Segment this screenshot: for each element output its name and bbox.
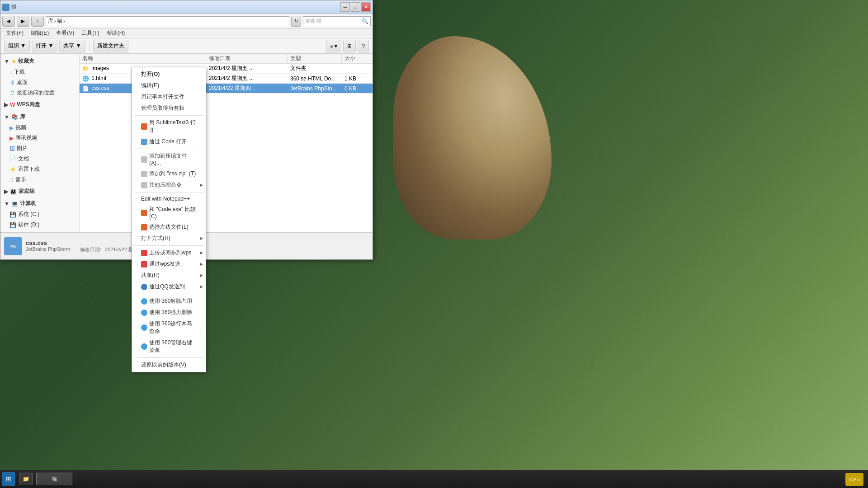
window-controls: ─ □ ✕ bbox=[340, 2, 371, 12]
archive-icon bbox=[141, 156, 147, 163]
col-header-type[interactable]: 类型 bbox=[288, 54, 342, 63]
sidebar-item-music[interactable]: ♫ 音乐 bbox=[0, 174, 79, 185]
minimize-button[interactable]: ─ bbox=[340, 2, 350, 12]
ctx-compare[interactable]: 和 "Code.exe" 比较(C) bbox=[132, 204, 206, 221]
menu-edit[interactable]: 编辑(E) bbox=[27, 28, 52, 38]
taskbar-window-btn[interactable]: 猫 bbox=[36, 473, 72, 485]
start-button[interactable]: ⊞ bbox=[2, 472, 15, 486]
tencent-video-icon: ▶ bbox=[9, 135, 14, 141]
ctx-separator-2 bbox=[134, 149, 204, 149]
pane-button[interactable]: ⊞ bbox=[343, 40, 356, 52]
favorites-header[interactable]: ▼ ★ 收藏夹 bbox=[0, 56, 79, 67]
computer-label: 计算机 bbox=[20, 200, 36, 207]
computer-icon: 💻 bbox=[11, 201, 18, 207]
open-button[interactable]: 打开 ▼ bbox=[32, 40, 57, 52]
ctx-other-compress[interactable]: 其他压缩命令 bbox=[132, 179, 206, 191]
help-button[interactable]: ? bbox=[358, 40, 369, 52]
yilv-badge[interactable]: 亿迷云 bbox=[845, 473, 863, 486]
sidebar-item-downloads[interactable]: ↓ 下载 bbox=[0, 67, 79, 77]
computer-section: ▼ 💻 计算机 💾 系统 (C:) 💾 软件 (D:) bbox=[0, 198, 79, 230]
organize-button[interactable]: 组织 ▼ bbox=[4, 40, 30, 52]
refresh-button[interactable]: ↻ bbox=[291, 16, 301, 27]
c-drive-label: 系统 (C:) bbox=[18, 211, 39, 218]
ctx-add-zip[interactable]: 添加到 "css.zip" (T) bbox=[132, 168, 206, 179]
ctx-admin-permission[interactable]: 管理员取得所有权 bbox=[132, 103, 206, 114]
ctx-upload-wps[interactable]: 上传或同步到wps bbox=[132, 247, 206, 258]
file-type-css: JetBrains PhpSto... bbox=[288, 85, 342, 92]
share-button[interactable]: 共享 ▼ bbox=[59, 40, 85, 52]
status-modified-label: 修改日期: bbox=[80, 246, 101, 253]
ctx-open-notepad[interactable]: 用记事本打开文件 bbox=[132, 91, 206, 103]
desktop-icon: 🖥 bbox=[9, 80, 15, 86]
zip-icon bbox=[141, 171, 147, 177]
ctx-add-archive[interactable]: 添加到压缩文件(A)... bbox=[132, 150, 206, 168]
new-folder-button[interactable]: 新建文件夹 bbox=[93, 40, 128, 52]
ctx-restore-version[interactable]: 还原以前的版本(V) bbox=[132, 359, 206, 371]
address-bar: ◀ ▶ ↑ 库 猫 ↻ 搜索 猫 🔍 bbox=[0, 14, 373, 28]
xunlei-icon: ⚡ bbox=[9, 166, 16, 173]
taskbar-tray: 18:00 亿迷云 bbox=[850, 476, 866, 482]
file-date-html: 2021/4/2 星期五 ... bbox=[206, 75, 288, 82]
menu-help[interactable]: 帮助(H) bbox=[103, 28, 129, 38]
ctx-share[interactable]: 共享(H) bbox=[132, 270, 206, 281]
sidebar-item-tencent-video[interactable]: ▶ 腾讯视频 bbox=[0, 133, 79, 143]
wps-collapse-icon: ▶ bbox=[4, 102, 8, 108]
up-button[interactable]: ↑ bbox=[31, 16, 44, 27]
col-header-name[interactable]: 名称 bbox=[80, 54, 206, 63]
sidebar-item-c-drive[interactable]: 💾 系统 (C:) bbox=[0, 209, 79, 220]
menu-view[interactable]: 查看(V) bbox=[52, 28, 78, 38]
taskbar-explorer[interactable]: 📁 bbox=[19, 473, 33, 485]
back-button[interactable]: ◀ bbox=[2, 16, 15, 27]
ctx-360-scan[interactable]: 使用 360进行木马查杀 bbox=[132, 318, 206, 337]
ctx-vscode[interactable]: 通过 Code 打开 bbox=[132, 136, 206, 147]
star-icon: ★ bbox=[11, 58, 16, 65]
family-header[interactable]: ▶ 👨‍👩‍👧 家庭组 bbox=[0, 186, 79, 197]
ctx-send-qq[interactable]: 通过QQ发送到 bbox=[132, 281, 206, 292]
family-icon: 👨‍👩‍👧 bbox=[10, 188, 17, 195]
path-part-2: 猫 bbox=[57, 17, 62, 25]
file-row-css[interactable]: 📄 css.css 2021/4/22 星期四 ... JetBrains Ph… bbox=[80, 84, 373, 94]
ctx-360-delete[interactable]: 使用 360强力删除 bbox=[132, 307, 206, 318]
path-chevron bbox=[54, 18, 56, 24]
sidebar-item-video[interactable]: ▶ 视频 bbox=[0, 122, 79, 133]
favorites-label: 收藏夹 bbox=[18, 57, 34, 65]
sidebar-item-desktop[interactable]: 🖥 桌面 bbox=[0, 77, 79, 88]
sidebar-item-documents[interactable]: 📄 文档 bbox=[0, 154, 79, 164]
sidebar-item-recent[interactable]: ⏱ 最近访问的位置 bbox=[0, 88, 79, 98]
wps-icon: W bbox=[10, 102, 15, 108]
css-file-icon: 📄 bbox=[82, 85, 89, 92]
ctx-360-unlock[interactable]: 使用 360解除占用 bbox=[132, 296, 206, 307]
sidebar-item-pictures[interactable]: 🖼 图片 bbox=[0, 143, 79, 154]
computer-header[interactable]: ▼ 💻 计算机 bbox=[0, 198, 79, 209]
ctx-select-left[interactable]: 选择左边文件(L) bbox=[132, 221, 206, 233]
ctx-sublimetext[interactable]: 用 SublimeText3 打开 bbox=[132, 117, 206, 136]
maximize-button[interactable]: □ bbox=[351, 2, 360, 12]
address-input[interactable]: 库 猫 bbox=[46, 16, 289, 26]
file-row-images[interactable]: 📁 images 2021/4/2 星期五 ... 文件夹 bbox=[80, 64, 373, 74]
col-header-date[interactable]: 修改日期 bbox=[206, 54, 288, 63]
ctx-360-manage[interactable]: 使用 360管理右键菜单 bbox=[132, 337, 206, 356]
file-type-html: 360 se HTML Do... bbox=[288, 75, 342, 82]
ctx-open[interactable]: 打开(O) bbox=[132, 69, 206, 80]
menu-tools[interactable]: 工具(T) bbox=[78, 28, 103, 38]
file-row-html[interactable]: 🌐 1.html 2021/4/2 星期五 ... 360 se HTML Do… bbox=[80, 74, 373, 84]
library-header[interactable]: ▼ 📚 库 bbox=[0, 111, 79, 122]
menu-file[interactable]: 文件(F) bbox=[2, 28, 27, 38]
sublimetext-icon bbox=[141, 123, 147, 130]
ctx-separator-6 bbox=[134, 357, 204, 358]
ctx-notepadpp[interactable]: Edit with Notepad++ bbox=[132, 194, 206, 204]
sidebar-item-d-drive[interactable]: 💾 软件 (D:) bbox=[0, 220, 79, 230]
sidebar-item-xunlei[interactable]: ⚡ 迅雷下载 bbox=[0, 164, 79, 174]
col-header-size[interactable]: 大小 bbox=[342, 54, 373, 63]
ctx-edit[interactable]: 编辑(E) bbox=[132, 80, 206, 91]
ctx-open-with[interactable]: 打开方式(H) bbox=[132, 233, 206, 244]
close-button[interactable]: ✕ bbox=[361, 2, 371, 12]
library-icon: 📚 bbox=[11, 114, 18, 120]
ctx-send-wps[interactable]: 通过wps发送 bbox=[132, 258, 206, 270]
wps-header[interactable]: ▶ W WPS网盘 bbox=[0, 99, 79, 110]
taskbar: ⊞ 📁 猫 18:00 亿迷云 bbox=[0, 470, 868, 488]
forward-button[interactable]: ▶ bbox=[17, 16, 29, 27]
search-box[interactable]: 搜索 猫 🔍 bbox=[303, 16, 371, 26]
view-options-button[interactable]: ≡ ▾ bbox=[326, 40, 341, 52]
file-size-css: 0 KB bbox=[342, 85, 373, 92]
